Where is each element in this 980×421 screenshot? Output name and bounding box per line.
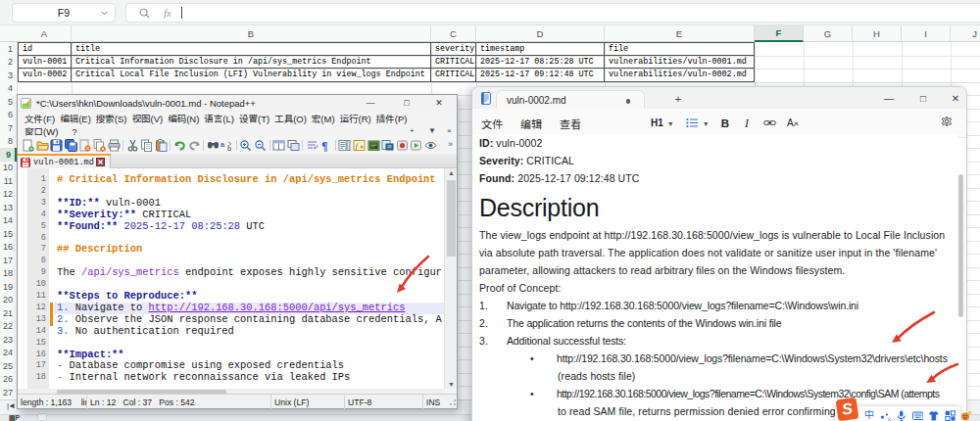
notepad-scrollbar[interactable]	[958, 138, 963, 421]
func-list-icon[interactable]: f	[353, 139, 366, 152]
gear-icon[interactable]	[941, 116, 953, 127]
cell-B1[interactable]: title	[72, 42, 431, 56]
new-file-icon[interactable]	[22, 139, 34, 152]
npp-menu-5[interactable]: 语言(L)	[204, 112, 234, 125]
paste-icon[interactable]	[155, 139, 168, 152]
cell-A1[interactable]: id	[18, 42, 72, 56]
notepad-scrollbar-thumb[interactable]	[958, 174, 963, 317]
chevron-down-icon[interactable]	[101, 10, 108, 17]
cell-D3[interactable]: 2025-12-17 09:12:48 UTC	[476, 69, 605, 82]
cell-E3[interactable]: vulnerabilities/vuln-0002.md	[605, 69, 755, 82]
npp-menu-0[interactable]: 文件(F)	[24, 112, 55, 125]
row-header-9[interactable]: 9	[0, 148, 17, 162]
row-header-1[interactable]: 1	[0, 42, 17, 56]
macro-record-icon[interactable]	[396, 139, 409, 152]
new-tab-button[interactable]: +	[671, 92, 685, 106]
row-header-12[interactable]: 12	[0, 188, 17, 202]
row-header-21[interactable]: 21	[0, 306, 17, 320]
minimize-button[interactable]: —	[356, 95, 385, 111]
cell-A2[interactable]: vuln-0001	[18, 56, 72, 70]
ink-mode-icon[interactable]	[880, 408, 891, 419]
npp-menu-2[interactable]: 搜索(S)	[96, 112, 127, 125]
cell-A3[interactable]: vuln-0002	[18, 69, 72, 82]
macro-play-icon[interactable]	[410, 139, 422, 152]
column-header-G[interactable]: G	[804, 25, 853, 42]
zoom-in-icon[interactable]	[239, 139, 252, 152]
cell-D1[interactable]: timestamp	[476, 42, 605, 56]
doc-monitor-icon[interactable]	[381, 139, 394, 152]
save-icon[interactable]	[50, 139, 63, 152]
row-header-10[interactable]: 10	[0, 162, 17, 175]
copy-icon[interactable]	[140, 139, 153, 152]
row-header-22[interactable]: 22	[0, 320, 17, 334]
clone-view-icon[interactable]	[287, 139, 300, 152]
view-eye-icon[interactable]	[424, 139, 437, 152]
vertical-scrollbar[interactable]: ▲ ▼	[444, 168, 457, 389]
tab-close-icon[interactable]: ×	[447, 126, 452, 135]
vertical-scrollbar-thumb[interactable]	[447, 180, 456, 257]
close-icon[interactable]	[96, 158, 105, 166]
toolbox-icon[interactable]	[945, 408, 956, 419]
column-header-H[interactable]: H	[853, 25, 902, 42]
npp-menu-7[interactable]: 工具(O)	[274, 112, 307, 125]
cell-B2[interactable]: Critical Information Disclosure in /api/…	[72, 56, 431, 70]
row-header-18[interactable]: 18	[0, 267, 17, 281]
tab-list-icon[interactable]: ▼	[428, 126, 436, 135]
tab-vuln-0001[interactable]: vuln-0001.md	[18, 154, 111, 168]
row-header-11[interactable]: 11	[0, 174, 17, 188]
microphone-icon[interactable]	[896, 408, 906, 419]
row-header-14[interactable]: 14	[0, 214, 17, 228]
print-icon[interactable]	[108, 139, 121, 152]
fx-icon[interactable]: fx	[164, 7, 172, 19]
split-view-icon[interactable]	[272, 139, 285, 152]
npp-menu-8[interactable]: 宏(M)	[312, 112, 335, 125]
skin-icon[interactable]	[928, 408, 939, 419]
undo-icon[interactable]	[173, 139, 186, 152]
row-header-2[interactable]: 2	[0, 56, 17, 70]
folder-workspace-icon[interactable]	[368, 139, 380, 152]
maximize-button[interactable]: □	[392, 95, 421, 111]
cell-E2[interactable]: vulnerabilities/vuln-0001.md	[605, 56, 755, 70]
close-button[interactable]: ✕	[945, 89, 966, 107]
close-doc-icon[interactable]	[78, 139, 91, 152]
row-header-24[interactable]: 24	[0, 347, 17, 360]
cell-D2[interactable]: 2025-12-17 08:25:28 UTC	[476, 56, 605, 70]
scroll-up-icon[interactable]: ▲	[448, 169, 455, 176]
npp-menu-9[interactable]: 运行(R)	[340, 112, 371, 125]
notepad-tabbar[interactable]: vuln-0002.md + — □ ✕	[472, 87, 966, 109]
save-all-icon[interactable]	[65, 139, 77, 152]
sogou-logo-icon[interactable]: S	[836, 398, 859, 421]
magnifier-icon[interactable]	[139, 8, 150, 19]
column-header-J[interactable]: J	[951, 25, 980, 42]
row-header-3[interactable]: 3	[0, 69, 17, 82]
column-header-D[interactable]: D	[476, 25, 605, 42]
close-all-icon[interactable]	[93, 139, 106, 152]
cell-B3[interactable]: Critical Local File Inclusion (LFI) Vuln…	[72, 69, 431, 82]
column-header-C[interactable]: C	[431, 25, 476, 42]
excel-name-box[interactable]: F9	[12, 3, 116, 23]
heading-style-button[interactable]: H1▼	[651, 117, 674, 128]
notepadpp-editor[interactable]: # Critical Information Disclosure in /ap…	[18, 168, 457, 389]
row-header-4[interactable]: 4	[0, 82, 17, 96]
tab-new-icon[interactable]: +	[410, 126, 415, 135]
show-symbols-icon[interactable]: ¶	[319, 139, 332, 152]
row-header-8[interactable]: 8	[0, 135, 17, 149]
keyboard-icon[interactable]	[912, 408, 923, 419]
cut-icon[interactable]	[126, 139, 139, 152]
npp-menu-1[interactable]: 编辑(E)	[60, 112, 91, 125]
row-header-27[interactable]: 27	[0, 386, 17, 399]
toolbar-overflow-icon[interactable]: »	[448, 139, 453, 149]
clear-format-button[interactable]: A	[787, 117, 799, 128]
sheet-tab-fragment[interactable]: ▤P	[9, 414, 20, 421]
npp-menu-4[interactable]: 编码(N)	[168, 112, 199, 125]
italic-button[interactable]: I	[745, 117, 749, 129]
chinese-mode-icon[interactable]: 中	[864, 408, 874, 419]
minimize-button[interactable]: —	[878, 89, 900, 107]
scroll-down-icon[interactable]: ▼	[448, 381, 455, 388]
zoom-out-icon[interactable]	[254, 139, 267, 152]
first-sheet-nav-icon[interactable]: |◄	[7, 401, 15, 410]
emoji-icon[interactable]	[960, 408, 971, 419]
column-header-E[interactable]: E	[605, 25, 755, 42]
maximize-button[interactable]: □	[912, 89, 934, 107]
menu-edit[interactable]: 编辑	[512, 116, 551, 131]
